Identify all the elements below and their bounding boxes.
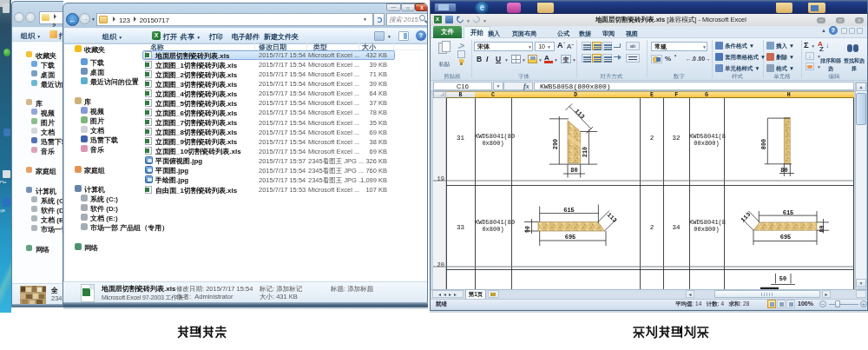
- svg-text:210: 210: [582, 147, 589, 158]
- svg-text:695: 695: [780, 234, 792, 241]
- svg-text:50: 50: [779, 275, 786, 282]
- svg-text:290: 290: [552, 139, 559, 150]
- svg-text:90: 90: [525, 226, 531, 233]
- svg-text:80: 80: [780, 167, 787, 174]
- svg-text:695: 695: [565, 234, 576, 241]
- svg-text:113: 113: [574, 108, 587, 121]
- svg-text:80: 80: [819, 226, 825, 233]
- svg-text:113: 113: [606, 211, 619, 224]
- svg-text:615: 615: [783, 209, 794, 216]
- svg-text:80: 80: [570, 167, 577, 174]
- svg-text:800: 800: [760, 139, 767, 150]
- svg-text:615: 615: [563, 207, 575, 214]
